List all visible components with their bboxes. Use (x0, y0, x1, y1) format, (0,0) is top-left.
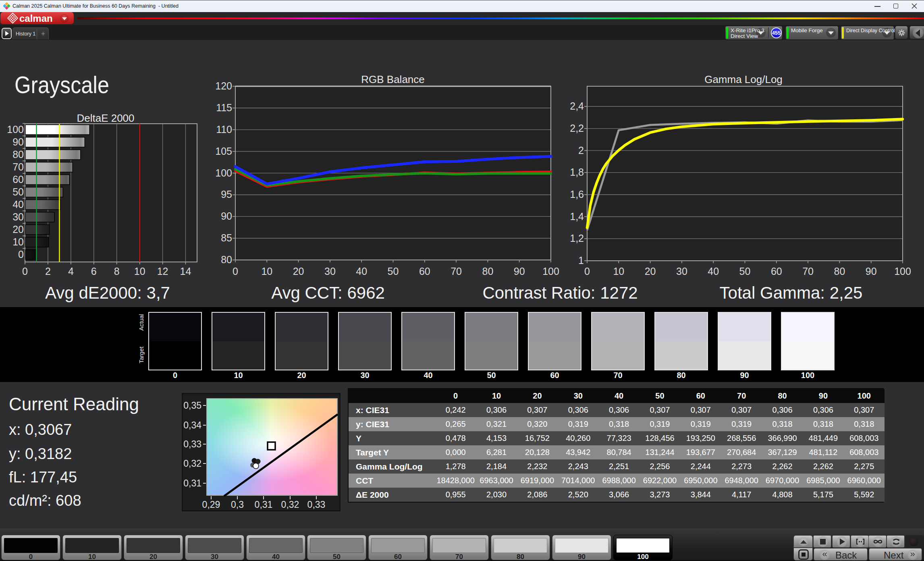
svg-text:100: 100 (215, 167, 232, 179)
svg-text:70: 70 (451, 266, 462, 277)
svg-text:30: 30 (12, 211, 24, 222)
svg-text:0: 0 (18, 249, 24, 260)
svg-text:1,8: 1,8 (570, 166, 584, 178)
svg-text:8: 8 (114, 266, 120, 277)
svg-text:12: 12 (157, 266, 168, 277)
svg-text:90: 90 (866, 266, 877, 277)
svg-text:1,2: 1,2 (570, 233, 584, 244)
svg-text:40: 40 (356, 266, 367, 277)
svg-text:10: 10 (613, 266, 624, 277)
svg-text:100: 100 (542, 266, 559, 277)
svg-text:60: 60 (771, 266, 782, 277)
svg-text:DeltaE 2000: DeltaE 2000 (77, 112, 134, 124)
svg-text:1,4: 1,4 (570, 211, 584, 222)
svg-text:1: 1 (578, 255, 584, 266)
svg-text:100: 100 (894, 266, 911, 277)
svg-text:20: 20 (12, 224, 24, 235)
svg-text:120: 120 (215, 80, 232, 91)
svg-text:85: 85 (221, 232, 232, 243)
svg-text:80: 80 (834, 266, 845, 277)
svg-text:30: 30 (676, 266, 687, 277)
svg-text:30: 30 (324, 266, 336, 277)
svg-text:0: 0 (22, 266, 28, 277)
svg-text:0: 0 (584, 266, 590, 277)
svg-text:70: 70 (802, 266, 814, 277)
svg-text:10: 10 (12, 236, 24, 247)
svg-text:Gamma Log/Log: Gamma Log/Log (704, 73, 783, 85)
svg-text:20: 20 (645, 266, 656, 277)
svg-text:2: 2 (45, 266, 51, 277)
svg-text:1,6: 1,6 (570, 189, 584, 200)
svg-text:90: 90 (221, 210, 232, 222)
svg-text:110: 110 (216, 124, 232, 135)
svg-text:20: 20 (293, 266, 304, 277)
svg-text:10: 10 (134, 266, 145, 277)
svg-text:14: 14 (180, 266, 191, 277)
svg-text:6: 6 (91, 266, 97, 277)
svg-text:90: 90 (12, 136, 24, 148)
svg-text:50: 50 (388, 266, 399, 277)
svg-text:50: 50 (12, 186, 24, 197)
svg-text:40: 40 (12, 199, 24, 210)
svg-text:60: 60 (12, 174, 24, 185)
svg-text:70: 70 (12, 161, 24, 172)
svg-text:RGB Balance: RGB Balance (361, 73, 425, 85)
svg-text:2,4: 2,4 (570, 100, 584, 112)
svg-text:50: 50 (739, 266, 751, 277)
svg-text:95: 95 (221, 189, 232, 200)
svg-text:0: 0 (233, 266, 238, 277)
svg-text:4: 4 (68, 266, 74, 277)
svg-text:80: 80 (12, 149, 24, 160)
svg-text:80: 80 (221, 254, 232, 265)
svg-text:115: 115 (216, 102, 232, 113)
svg-text:105: 105 (215, 145, 232, 157)
svg-text:80: 80 (482, 266, 493, 277)
svg-text:100: 100 (7, 124, 24, 135)
svg-text:10: 10 (261, 266, 272, 277)
svg-text:90: 90 (514, 266, 525, 277)
svg-text:40: 40 (708, 266, 719, 277)
svg-text:2,2: 2,2 (570, 123, 584, 134)
svg-text:60: 60 (419, 266, 430, 277)
svg-text:2: 2 (578, 145, 584, 156)
